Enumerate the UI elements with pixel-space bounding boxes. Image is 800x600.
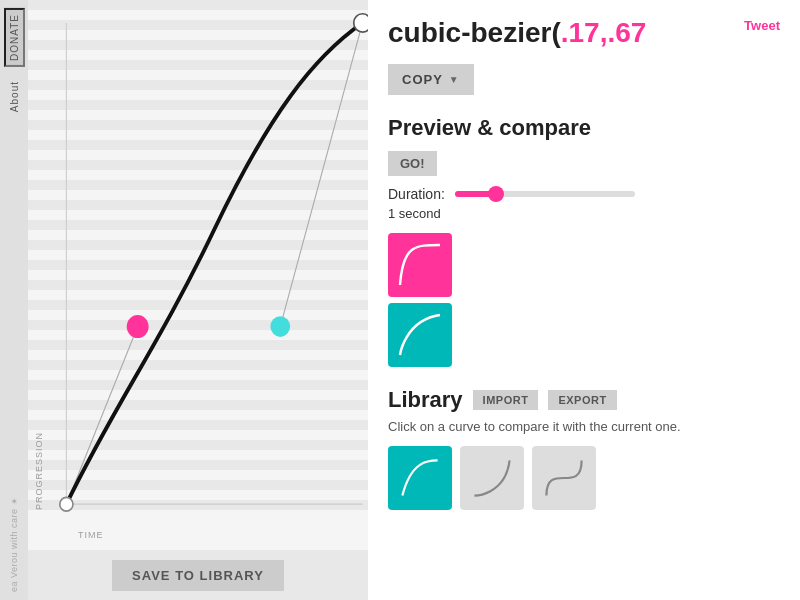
import-button[interactable]: IMPORT: [473, 390, 539, 410]
svg-point-5: [354, 14, 368, 32]
copy-dropdown-arrow: ▼: [449, 74, 460, 85]
formula-values: .17,.67: [561, 17, 647, 48]
curve-preview-pink[interactable]: [388, 233, 452, 297]
save-to-library-button[interactable]: SAVE TO LIBRARY: [112, 560, 284, 591]
library-curve-3[interactable]: [532, 446, 596, 510]
time-label: TIME: [78, 530, 104, 540]
sidebar: DONATE About ea Verou with care ✶: [0, 0, 28, 600]
save-btn-area: SAVE TO LIBRARY: [28, 550, 368, 600]
preview-section-title: Preview & compare: [388, 115, 780, 141]
bezier-curve-svg[interactable]: [28, 0, 368, 550]
library-header: Library IMPORT EXPORT: [388, 387, 780, 413]
copy-btn-row: COPY ▼: [388, 64, 780, 95]
progression-label: PROGRESSION: [34, 432, 44, 510]
duration-slider[interactable]: [455, 191, 635, 197]
svg-point-4: [60, 497, 73, 511]
control-point-1[interactable]: [127, 315, 149, 338]
formula-prefix: cubic-bezier(: [388, 17, 561, 48]
duration-label: Duration:: [388, 186, 445, 202]
go-button[interactable]: GO!: [388, 151, 437, 176]
svg-line-2: [66, 327, 137, 505]
duration-row: Duration:: [388, 186, 780, 202]
bezier-canvas-area: PROGRESSION TIME SAVE TO LIBRARY: [28, 0, 368, 600]
preview-curves: [388, 233, 780, 367]
about-link[interactable]: About: [9, 81, 20, 112]
copy-button[interactable]: COPY ▼: [388, 64, 474, 95]
library-curve-1[interactable]: [388, 446, 452, 510]
bezier-formula: cubic-bezier(.17,.67: [388, 16, 780, 50]
export-button[interactable]: EXPORT: [548, 390, 616, 410]
library-description: Click on a curve to compare it with the …: [388, 419, 780, 434]
attribution-text: ea Verou with care ✶: [9, 495, 19, 592]
library-title: Library: [388, 387, 463, 413]
curve-preview-teal[interactable]: [388, 303, 452, 367]
library-curve-2[interactable]: [460, 446, 524, 510]
tweet-link[interactable]: Tweet: [744, 18, 780, 33]
copy-label: COPY: [402, 72, 443, 87]
bezier-canvas[interactable]: PROGRESSION TIME: [28, 0, 368, 550]
library-curves-row: [388, 446, 780, 510]
right-panel: Tweet cubic-bezier(.17,.67 COPY ▼ Previe…: [368, 0, 800, 600]
duration-value: 1 second: [388, 206, 780, 221]
donate-button[interactable]: DONATE: [4, 8, 25, 67]
svg-line-3: [280, 23, 362, 327]
control-point-2[interactable]: [270, 316, 290, 337]
